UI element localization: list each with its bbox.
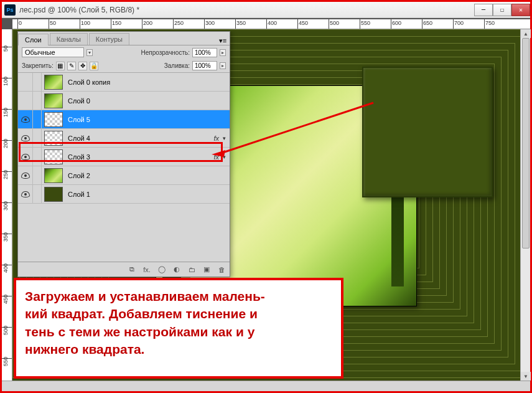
- layer-thumbnail[interactable]: [44, 112, 63, 127]
- visibility-toggle[interactable]: [18, 92, 33, 110]
- horizontal-ruler[interactable]: 0501001502002503003504004505005506006507…: [12, 19, 530, 29]
- tab-paths[interactable]: Контуры: [89, 33, 129, 45]
- fill-label: Заливка:: [164, 62, 190, 69]
- opacity-arrow[interactable]: ▸: [220, 49, 226, 56]
- opacity-input[interactable]: 100%: [192, 48, 217, 57]
- annotation-text: Загружаем и устанавливаем малень- кий кв…: [25, 288, 332, 358]
- panel-tabs: Слои Каналы Контуры ▾≡: [18, 32, 230, 45]
- vertical-ruler[interactable]: 50100150200250300350400450500550: [2, 29, 12, 381]
- maximize-button[interactable]: ☐: [493, 4, 511, 16]
- link-col: [33, 148, 42, 166]
- minimize-button[interactable]: ─: [474, 4, 493, 16]
- layers-footer: ⧉ fx. ◯ ◐ 🗀 ▣ 🗑: [18, 262, 230, 277]
- layer-name[interactable]: Слой 1: [65, 191, 230, 198]
- link-col: [33, 73, 42, 91]
- layer-row[interactable]: Слой 1: [18, 185, 230, 204]
- eye-icon: [21, 191, 30, 197]
- visibility-toggle[interactable]: [18, 129, 33, 147]
- visibility-toggle[interactable]: [18, 148, 33, 166]
- fx-expand-icon[interactable]: ▾: [223, 154, 226, 160]
- visibility-toggle[interactable]: [18, 166, 33, 184]
- layer-name[interactable]: Слой 0: [65, 97, 230, 105]
- eye-icon: [21, 135, 30, 141]
- link-col: [33, 185, 42, 203]
- window-controls: ─ ☐ ✕: [474, 4, 530, 16]
- blend-mode-arrow[interactable]: ▾: [86, 49, 93, 56]
- scroll-down-arrow[interactable]: ▼: [521, 372, 531, 381]
- layer-name[interactable]: Слой 0 копия: [65, 78, 230, 86]
- tab-channels[interactable]: Каналы: [50, 33, 88, 45]
- group-icon[interactable]: 🗀: [186, 265, 197, 275]
- layer-thumbnail[interactable]: [44, 187, 63, 202]
- blend-row: Обычные ▾ Непрозрачность: 100% ▸: [18, 45, 230, 59]
- fx-menu-icon[interactable]: fx.: [141, 265, 152, 275]
- lock-label: Закрепить:: [22, 62, 54, 69]
- status-bar: [2, 381, 530, 391]
- tutorial-annotation: Загружаем и устанавливаем малень- кий кв…: [14, 278, 343, 379]
- layer-thumbnail[interactable]: [44, 168, 63, 183]
- visibility-toggle[interactable]: [18, 110, 33, 128]
- layer-name[interactable]: Слой 5: [65, 116, 230, 123]
- opacity-label: Непрозрачность:: [141, 49, 190, 56]
- visibility-toggle[interactable]: [18, 185, 33, 203]
- layer-row[interactable]: Слой 5: [18, 110, 230, 129]
- lock-pixels-icon[interactable]: ✎: [67, 62, 76, 70]
- layer-row[interactable]: Слой 2: [18, 166, 230, 185]
- fx-badge[interactable]: fx: [213, 135, 219, 142]
- fill-input[interactable]: 100%: [192, 61, 217, 70]
- canvas-scrollbar-vertical[interactable]: ▲ ▼: [520, 29, 530, 381]
- delete-layer-icon[interactable]: 🗑: [216, 265, 227, 275]
- lock-row: Закрепить: ▦ ✎ ✥ 🔒 Заливка: 100% ▸: [18, 59, 230, 72]
- tab-layers[interactable]: Слои: [18, 34, 49, 45]
- layer-row[interactable]: Слой 0 копия: [18, 73, 230, 92]
- scroll-thumb[interactable]: [522, 38, 530, 249]
- link-col: [33, 129, 42, 147]
- mask-icon[interactable]: ◯: [156, 265, 167, 275]
- fx-badge[interactable]: fx: [213, 153, 219, 161]
- layer-row[interactable]: Слой 0: [18, 92, 230, 110]
- app-icon: Ps: [4, 4, 16, 16]
- layers-panel: Слои Каналы Контуры ▾≡ Обычные ▾ Непрозр…: [17, 31, 230, 277]
- visibility-toggle[interactable]: [18, 73, 33, 91]
- adjustment-icon[interactable]: ◐: [171, 265, 182, 275]
- canvas-small-square: [362, 67, 493, 197]
- link-layers-icon[interactable]: ⧉: [126, 265, 138, 275]
- layer-thumbnail[interactable]: [44, 75, 63, 90]
- layer-thumbnail[interactable]: [44, 93, 63, 108]
- link-col: [33, 110, 42, 128]
- layer-thumbnail[interactable]: [44, 149, 63, 164]
- lock-transparency-icon[interactable]: ▦: [56, 62, 65, 70]
- fill-arrow[interactable]: ▸: [220, 62, 226, 69]
- scroll-up-arrow[interactable]: ▲: [521, 29, 531, 38]
- lock-all-icon[interactable]: 🔒: [90, 62, 98, 70]
- layer-list: Слой 0 копияСлой 0Слой 5Слой 4fx▾Слой 3f…: [18, 72, 230, 262]
- layer-name[interactable]: Слой 4: [65, 135, 213, 142]
- fx-expand-icon[interactable]: ▾: [223, 135, 226, 141]
- link-col: [33, 92, 42, 110]
- window-title: лес.psd @ 100% (Слой 5, RGB/8) *: [19, 6, 139, 14]
- lock-position-icon[interactable]: ✥: [78, 62, 87, 70]
- eye-icon: [21, 116, 30, 123]
- eye-icon: [21, 154, 30, 160]
- eye-icon: [21, 173, 30, 179]
- panel-menu-icon[interactable]: ▾≡: [216, 36, 230, 45]
- close-button[interactable]: ✕: [511, 4, 530, 16]
- new-layer-icon[interactable]: ▣: [201, 265, 212, 275]
- layer-row[interactable]: Слой 3fx▾: [18, 148, 230, 166]
- link-col: [33, 166, 42, 184]
- layer-name[interactable]: Слой 2: [65, 172, 230, 179]
- blend-mode-select[interactable]: Обычные: [22, 47, 84, 57]
- window-titlebar: Ps лес.psd @ 100% (Слой 5, RGB/8) * ─ ☐ …: [2, 2, 530, 18]
- layer-thumbnail[interactable]: [44, 131, 63, 146]
- layer-name[interactable]: Слой 3: [65, 153, 213, 161]
- layer-row[interactable]: Слой 4fx▾: [18, 129, 230, 148]
